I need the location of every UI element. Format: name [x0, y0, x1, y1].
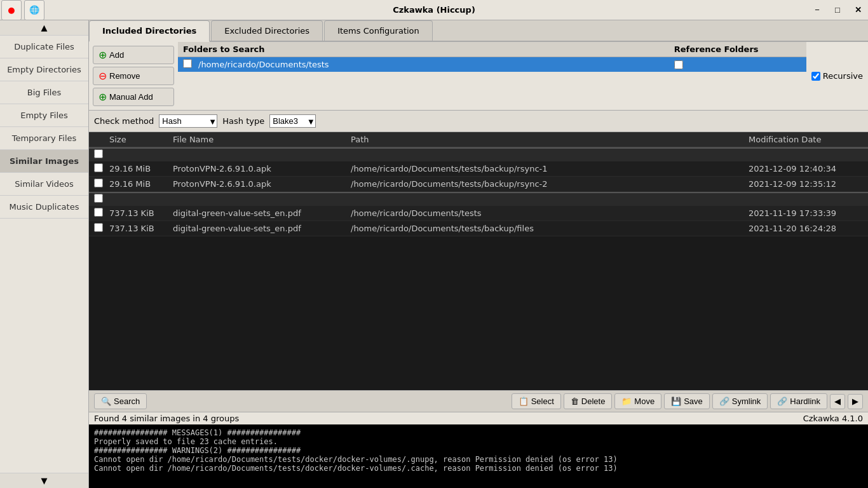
sidebar-item-big-files[interactable]: Big Files: [0, 81, 88, 104]
symlink-button[interactable]: 🔗 Symlink: [712, 393, 768, 409]
symlink-icon: 🔗: [719, 396, 729, 406]
results-col-size: Size: [109, 135, 173, 144]
result-row: 29.16 MiB ProtonVPN-2.6.91.0.apk /home/r…: [89, 161, 868, 177]
next-button[interactable]: ▶: [848, 394, 863, 409]
row1-checkbox[interactable]: [94, 163, 103, 172]
row4-date: 2021-11-20 16:24:28: [749, 224, 863, 233]
row2-filename: ProtonVPN-2.6.91.0.apk: [173, 179, 351, 189]
app-icon-btn1[interactable]: ●: [1, 0, 22, 20]
hardlink-label: Hardlink: [790, 396, 820, 406]
app-title: Czkawka (Hiccup): [393, 5, 475, 15]
save-button[interactable]: 💾 Save: [664, 393, 710, 409]
sidebar-item-similar-images[interactable]: Similar Images: [0, 150, 88, 173]
row3-checkbox[interactable]: [94, 208, 103, 217]
delete-button[interactable]: 🗑 Delete: [564, 393, 613, 409]
result-group-separator-2: [89, 192, 868, 206]
move-icon: 📁: [621, 396, 632, 406]
status-text: Found 4 similar images in 4 groups: [94, 414, 239, 423]
results-col-filename: File Name: [173, 135, 351, 144]
tab-items-configuration[interactable]: Items Configuration: [324, 20, 433, 41]
hash-type-label: Hash type: [222, 116, 264, 126]
row4-path: /home/ricardo/Documents/tests/backup/fil…: [351, 224, 749, 233]
results-header: Size File Name Path Modification Date: [89, 132, 868, 147]
close-button[interactable]: ✕: [848, 0, 868, 20]
sidebar-scroll-down[interactable]: ▼: [0, 473, 88, 488]
search-button[interactable]: 🔍 Search: [94, 393, 147, 409]
hardlink-button[interactable]: 🔗 Hardlink: [770, 393, 827, 409]
version-text: Czkawka 4.1.0: [803, 414, 863, 423]
folder-col-folders-header: Folders to Search: [183, 44, 674, 54]
prev-button[interactable]: ◀: [830, 394, 845, 409]
recursive-checkbox[interactable]: [811, 72, 820, 81]
manual-add-label: Manual Add: [109, 92, 153, 102]
sidebar-item-similar-videos[interactable]: Similar Videos: [0, 173, 88, 196]
folder-col-reference-header: Reference Folders: [674, 44, 801, 54]
symlink-label: Symlink: [732, 396, 761, 406]
bottom-toolbar: 🔍 Search 📋 Select 🗑 Delete 📁 Move 💾 Save: [89, 390, 868, 412]
add-label: Add: [109, 50, 124, 60]
recursive-label-text: Recursive: [823, 71, 863, 81]
remove-folder-button[interactable]: ⊖ Remove: [93, 67, 174, 85]
results-body: 29.16 MiB ProtonVPN-2.6.91.0.apk /home/r…: [89, 147, 868, 390]
manual-add-folder-button[interactable]: ⊕ Manual Add: [93, 88, 174, 106]
remove-label: Remove: [109, 71, 140, 81]
folder-row-check-input[interactable]: [183, 59, 192, 68]
tab-excluded-directories[interactable]: Excluded Directories: [211, 20, 323, 41]
minimize-button[interactable]: −: [807, 0, 827, 20]
check-method-bar: Check method Hash Size Size+Name ▼ Hash …: [89, 111, 868, 132]
results-col-check: [94, 135, 109, 144]
titlebar-left-controls: ● 🌐: [0, 0, 46, 20]
sidebar: ▲ Duplicate Files Empty Directories Big …: [0, 20, 89, 488]
select-button[interactable]: 📋 Select: [512, 393, 561, 409]
folder-rows: /home/ricardo/Documents/tests: [178, 57, 806, 72]
add-folder-button[interactable]: ⊕ Add: [93, 46, 174, 64]
folder-table-header: Folders to Search Reference Folders: [178, 42, 806, 57]
save-icon: 💾: [671, 396, 681, 406]
app-icon-btn2[interactable]: 🌐: [24, 0, 44, 20]
sidebar-item-temporary-files[interactable]: Temporary Files: [0, 127, 88, 150]
move-label: Move: [634, 396, 654, 406]
check-method-select[interactable]: Hash Size Size+Name: [159, 114, 217, 128]
row1-date: 2021-12-09 12:40:34: [749, 164, 863, 173]
save-label: Save: [684, 396, 703, 406]
folder-row-checkbox[interactable]: [183, 59, 198, 70]
sidebar-item-music-duplicates[interactable]: Music Duplicates: [0, 196, 88, 219]
row2-path: /home/ricardo/Documents/tests/backup/rsy…: [351, 179, 749, 189]
row2-checkbox[interactable]: [94, 179, 103, 187]
sidebar-scroll-up[interactable]: ▲: [0, 20, 88, 36]
result-group-separator-1: [89, 147, 868, 161]
group1-checkbox[interactable]: [94, 149, 103, 158]
row1-size: 29.16 MiB: [109, 164, 173, 173]
window-controls: − □ ✕: [807, 0, 868, 20]
row1-path: /home/ricardo/Documents/tests/backup/rsy…: [351, 164, 749, 173]
sidebar-item-empty-files[interactable]: Empty Files: [0, 104, 88, 127]
select-label: Select: [531, 396, 554, 406]
tab-included-directories[interactable]: Included Directories: [89, 20, 210, 42]
check-method-label: Check method: [94, 116, 154, 126]
sidebar-item-empty-directories[interactable]: Empty Directories: [0, 58, 88, 81]
results-area: Size File Name Path Modification Date 29…: [89, 132, 868, 390]
folder-row-reference-input[interactable]: [674, 60, 683, 69]
row4-size: 737.13 KiB: [109, 224, 173, 233]
row2-date: 2021-12-09 12:35:12: [749, 179, 863, 189]
hardlink-icon: 🔗: [777, 396, 787, 406]
row4-checkbox[interactable]: [94, 223, 103, 232]
search-icon: 🔍: [101, 396, 111, 406]
row3-size: 737.13 KiB: [109, 208, 173, 218]
move-button[interactable]: 📁 Move: [614, 393, 661, 409]
content-area: Included Directories Excluded Directorie…: [89, 20, 868, 488]
hash-type-select[interactable]: Blake3 SHA256 MD5: [269, 114, 316, 128]
results-col-date: Modification Date: [749, 135, 863, 144]
folder-table: Folders to Search Reference Folders /hom…: [178, 42, 806, 110]
folder-buttons: ⊕ Add ⊖ Remove ⊕ Manual Add: [89, 42, 178, 110]
sidebar-item-duplicate-files[interactable]: Duplicate Files: [0, 36, 88, 58]
folder-row[interactable]: /home/ricardo/Documents/tests: [178, 57, 806, 72]
folder-row-reference-cb[interactable]: [674, 60, 801, 69]
row3-date: 2021-11-19 17:33:39: [749, 208, 863, 218]
result-row: 737.13 KiB digital-green-value-sets_en.p…: [89, 221, 868, 236]
recursive-section: Recursive: [806, 42, 868, 110]
remove-icon: ⊖: [98, 70, 107, 82]
search-label: Search: [114, 396, 140, 406]
group2-checkbox[interactable]: [94, 194, 103, 203]
maximize-button[interactable]: □: [827, 0, 848, 20]
